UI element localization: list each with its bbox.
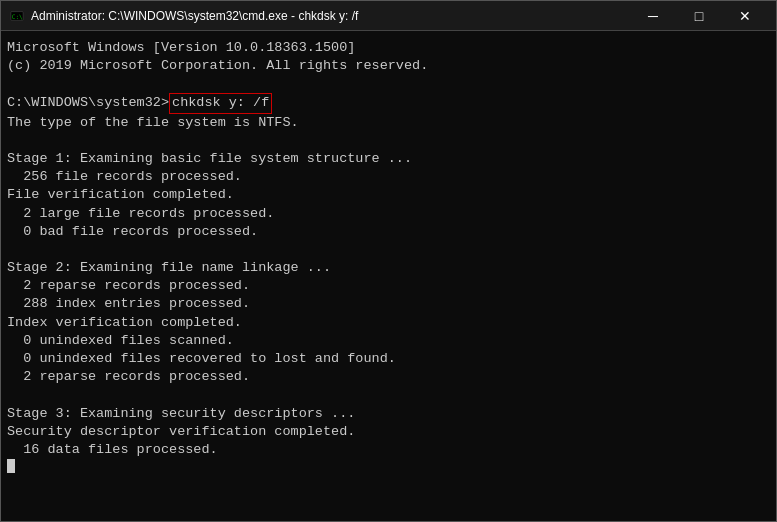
empty-line-3 [7, 241, 770, 259]
title-bar-text: Administrator: C:\WINDOWS\system32\cmd.e… [31, 9, 630, 23]
empty-line-1 [7, 75, 770, 93]
cmd-icon: C:\ [9, 8, 25, 24]
console-line-1: Microsoft Windows [Version 10.0.18363.15… [7, 39, 770, 57]
console-line-17: Security descriptor verification complet… [7, 423, 770, 441]
maximize-button[interactable]: □ [676, 1, 722, 31]
console-line-14: 0 unindexed files recovered to lost and … [7, 350, 770, 368]
console-line-2: (c) 2019 Microsoft Corporation. All righ… [7, 57, 770, 75]
console-line-6: File verification completed. [7, 186, 770, 204]
console-line-15: 2 reparse records processed. [7, 368, 770, 386]
empty-line-4 [7, 387, 770, 405]
cursor-line [7, 459, 770, 473]
console-line-3: The type of the file system is NTFS. [7, 114, 770, 132]
console-line-11: 288 index entries processed. [7, 295, 770, 313]
console-line-7: 2 large file records processed. [7, 205, 770, 223]
svg-text:C:\: C:\ [12, 12, 23, 19]
console-line-12: Index verification completed. [7, 314, 770, 332]
prompt: C:\WINDOWS\system32> [7, 94, 169, 112]
console-line-4: Stage 1: Examining basic file system str… [7, 150, 770, 168]
console-line-8: 0 bad file records processed. [7, 223, 770, 241]
console-line-18: 16 data files processed. [7, 441, 770, 459]
command-input: chkdsk y: /f [169, 93, 272, 113]
console-line-10: 2 reparse records processed. [7, 277, 770, 295]
empty-line-2 [7, 132, 770, 150]
close-button[interactable]: ✕ [722, 1, 768, 31]
title-bar-controls: ─ □ ✕ [630, 1, 768, 31]
console-line-5: 256 file records processed. [7, 168, 770, 186]
console-line-9: Stage 2: Examining file name linkage ... [7, 259, 770, 277]
console-line-13: 0 unindexed files scanned. [7, 332, 770, 350]
command-line: C:\WINDOWS\system32>chkdsk y: /f [7, 93, 770, 113]
minimize-button[interactable]: ─ [630, 1, 676, 31]
cmd-window: C:\ Administrator: C:\WINDOWS\system32\c… [0, 0, 777, 522]
console-body[interactable]: Microsoft Windows [Version 10.0.18363.15… [1, 31, 776, 521]
title-bar: C:\ Administrator: C:\WINDOWS\system32\c… [1, 1, 776, 31]
cursor [7, 459, 15, 473]
console-line-16: Stage 3: Examining security descriptors … [7, 405, 770, 423]
